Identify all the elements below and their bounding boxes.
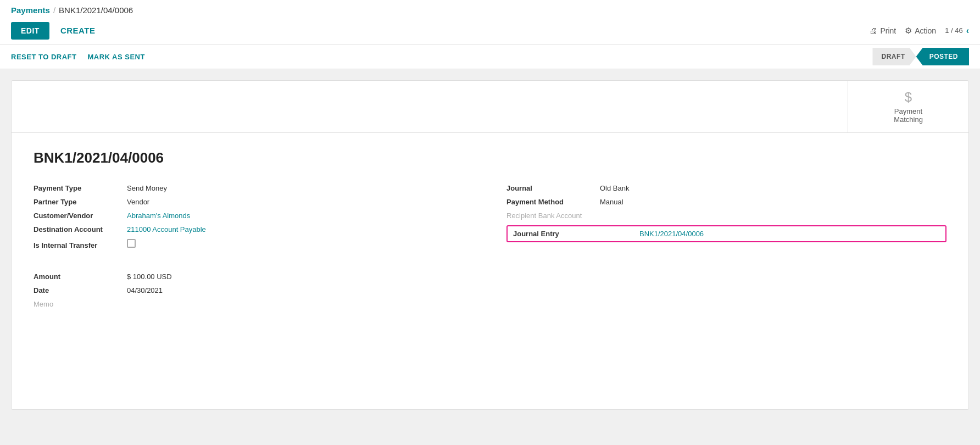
- create-button[interactable]: CREATE: [54, 21, 102, 40]
- partner-type-label: Partner Type: [34, 198, 127, 206]
- gear-icon: ⚙: [905, 26, 912, 36]
- breadcrumb: Payments / BNK1/2021/04/0006: [0, 0, 980, 17]
- date-label: Date: [34, 286, 127, 294]
- memo-row: Memo: [34, 300, 946, 308]
- action-label: Action: [915, 26, 936, 35]
- amount-label: Amount: [34, 272, 127, 281]
- amount-value: $ 100.00 USD: [127, 272, 172, 281]
- form-title: BNK1/2021/04/0006: [34, 149, 946, 166]
- destination-account-row: Destination Account 211000 Account Payab…: [34, 225, 474, 233]
- date-value: 04/30/2021: [127, 286, 163, 294]
- edit-button[interactable]: EDIT: [11, 22, 49, 40]
- right-column: Journal Old Bank Payment Method Manual R…: [506, 184, 946, 255]
- status-step-draft[interactable]: DRAFT: [872, 48, 916, 65]
- partner-type-value: Vendor: [127, 198, 149, 206]
- destination-account-label: Destination Account: [34, 225, 127, 233]
- status-step-posted[interactable]: POSTED: [916, 48, 969, 65]
- internal-transfer-row: Is Internal Transfer: [34, 239, 474, 249]
- content-card: $ PaymentMatching BNK1/2021/04/0006 Paym…: [11, 80, 969, 410]
- form-columns: Payment Type Send Money Partner Type Ven…: [34, 184, 946, 255]
- payment-type-value: Send Money: [127, 184, 167, 192]
- print-icon: 🖨: [869, 26, 877, 35]
- action-dropdown[interactable]: ⚙ Action: [905, 26, 936, 36]
- nav-prev-icon[interactable]: ‹: [966, 26, 969, 36]
- mark-as-sent-button[interactable]: MARK AS SENT: [87, 51, 144, 63]
- amount-section: Amount $ 100.00 USD Date 04/30/2021 Memo: [34, 272, 946, 308]
- journal-label: Journal: [506, 184, 600, 192]
- journal-entry-row: Journal Entry BNK1/2021/04/0006: [506, 225, 946, 242]
- date-row: Date 04/30/2021: [34, 286, 946, 294]
- payment-type-label: Payment Type: [34, 184, 127, 192]
- card-top: $ PaymentMatching: [12, 81, 968, 133]
- internal-transfer-checkbox[interactable]: [127, 239, 136, 248]
- dollar-icon: $: [905, 90, 912, 105]
- memo-label: Memo: [34, 300, 127, 308]
- payment-type-row: Payment Type Send Money: [34, 184, 474, 192]
- partner-type-row: Partner Type Vendor: [34, 198, 474, 206]
- payment-matching-sidebar[interactable]: $ PaymentMatching: [848, 81, 968, 132]
- payment-method-row: Payment Method Manual: [506, 198, 946, 206]
- breadcrumb-parent[interactable]: Payments: [11, 5, 50, 15]
- print-label: Print: [880, 26, 896, 35]
- recipient-bank-label: Recipient Bank Account: [506, 212, 600, 220]
- form-content: BNK1/2021/04/0006 Payment Type Send Mone…: [12, 133, 968, 330]
- reset-to-draft-button[interactable]: RESET TO DRAFT: [11, 51, 76, 63]
- journal-row: Journal Old Bank: [506, 184, 946, 192]
- internal-transfer-label: Is Internal Transfer: [34, 241, 127, 249]
- record-position: 1 / 46: [945, 26, 963, 35]
- payment-matching-label: PaymentMatching: [894, 107, 923, 124]
- payment-method-value: Manual: [600, 198, 623, 206]
- status-bar: RESET TO DRAFT MARK AS SENT DRAFT POSTED: [0, 44, 980, 69]
- toolbar: EDIT CREATE 🖨 Print ⚙ Action 1 / 46 ‹: [0, 17, 980, 44]
- customer-vendor-link[interactable]: Abraham's Almonds: [127, 212, 190, 220]
- card-top-main: [12, 81, 848, 132]
- payment-method-label: Payment Method: [506, 198, 600, 206]
- recipient-bank-row: Recipient Bank Account: [506, 212, 946, 220]
- breadcrumb-current: BNK1/2021/04/0006: [59, 5, 133, 15]
- breadcrumb-separator: /: [53, 5, 55, 15]
- status-steps: DRAFT POSTED: [872, 48, 969, 65]
- record-nav: 1 / 46 ‹: [945, 26, 969, 36]
- main-area: $ PaymentMatching BNK1/2021/04/0006 Paym…: [0, 69, 980, 421]
- toolbar-right: 🖨 Print ⚙ Action 1 / 46 ‹: [869, 26, 969, 36]
- amount-row: Amount $ 100.00 USD: [34, 272, 946, 281]
- print-action[interactable]: 🖨 Print: [869, 26, 896, 35]
- customer-vendor-row: Customer/Vendor Abraham's Almonds: [34, 212, 474, 220]
- left-column: Payment Type Send Money Partner Type Ven…: [34, 184, 474, 255]
- journal-entry-label: Journal Entry: [513, 230, 606, 238]
- journal-entry-link[interactable]: BNK1/2021/04/0006: [639, 230, 704, 238]
- journal-value: Old Bank: [600, 184, 629, 192]
- customer-vendor-label: Customer/Vendor: [34, 212, 127, 220]
- destination-account-link[interactable]: 211000 Account Payable: [127, 225, 206, 233]
